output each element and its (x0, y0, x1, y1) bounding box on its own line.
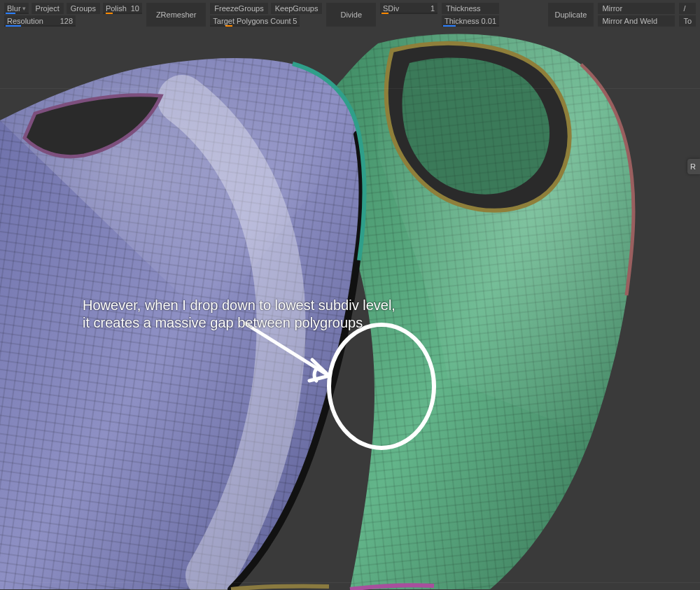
viewport-3d[interactable]: However, when I drop down to lowest subd… (0, 29, 700, 590)
blur-label: Blur (7, 4, 21, 13)
sdiv-label: SDiv (383, 4, 399, 13)
partial-button-a[interactable]: / (679, 3, 696, 14)
model-render (0, 29, 700, 590)
thickness-label: Thickness (444, 17, 479, 25)
zremesher-options: FreezeGroups KeepGroups Target Polygons … (210, 3, 322, 27)
side-panel-toggle[interactable]: R (687, 159, 700, 174)
polish-label: Polish (106, 4, 127, 13)
mirror-button[interactable]: Mirror (598, 3, 675, 14)
sdiv-slider[interactable]: SDiv 1 (380, 3, 438, 14)
sdiv-group: SDiv 1 (380, 3, 438, 27)
mirror-weld-button[interactable]: Mirror And Weld (598, 15, 675, 27)
resolution-slider[interactable]: Resolution 128 (4, 15, 76, 27)
thickness-value: 0.01 (482, 17, 496, 25)
divide-button[interactable]: Divide (326, 3, 376, 27)
target-polygons-slider[interactable]: Target Polygons Count 5 (210, 15, 300, 27)
dropdown-icon: ▾ (22, 5, 26, 12)
right-partial-group: / To (679, 3, 696, 27)
resolution-value: 128 (60, 17, 73, 25)
zremesher-button[interactable]: ZRemesher (146, 3, 206, 27)
mirror-group: Mirror Mirror And Weld (598, 3, 675, 27)
target-polygons-value: 5 (293, 17, 297, 25)
viewport-bottom-rule (0, 582, 700, 583)
blur-group: Blur ▾ Project Groups Polish 10 Resoluti… (4, 3, 142, 27)
blur-slider[interactable]: Blur ▾ (4, 3, 29, 14)
freeze-groups-button[interactable]: FreezeGroups (210, 3, 267, 14)
sdiv-value: 1 (430, 4, 435, 13)
target-polygons-label: Target Polygons Count (213, 17, 290, 25)
thickness-slider[interactable]: Thickness 0.01 (442, 15, 499, 27)
groups-button[interactable]: Groups (66, 3, 100, 14)
partial-button-to[interactable]: To (679, 15, 696, 27)
viewport-top-rule (0, 88, 700, 89)
thickness-group: Thickness Thickness 0.01 (442, 3, 499, 27)
project-button[interactable]: Project (31, 3, 64, 14)
side-panel-label: R (690, 162, 696, 171)
polish-slider[interactable]: Polish 10 (103, 3, 142, 14)
thickness-button[interactable]: Thickness (442, 3, 499, 14)
keep-groups-button[interactable]: KeepGroups (271, 3, 323, 14)
duplicate-button[interactable]: Duplicate (548, 3, 594, 27)
top-toolbar: Blur ▾ Project Groups Polish 10 Resoluti… (0, 0, 700, 29)
resolution-label: Resolution (7, 17, 43, 25)
polish-value: 10 (131, 4, 139, 13)
